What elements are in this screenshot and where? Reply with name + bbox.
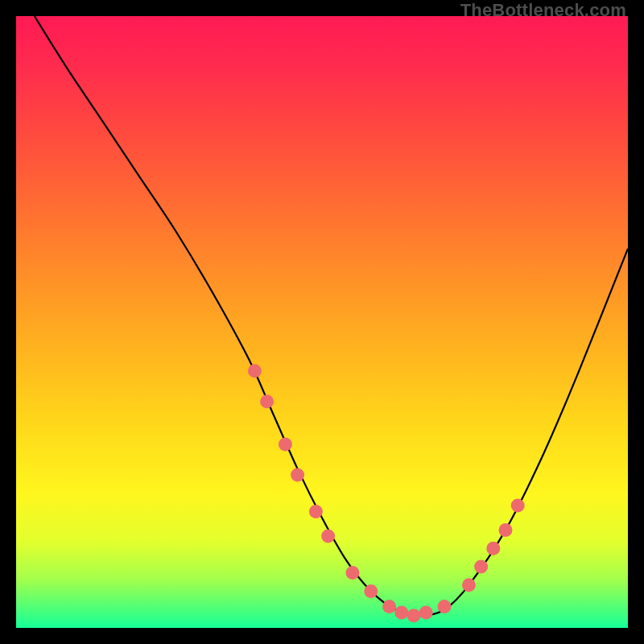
- curve-svg: [16, 16, 628, 628]
- highlight-dot: [364, 584, 378, 598]
- highlight-dot: [382, 600, 396, 613]
- plot-area: [16, 16, 628, 628]
- highlight-dot: [309, 505, 323, 518]
- highlight-dot: [260, 394, 274, 408]
- highlight-dot: [346, 566, 360, 580]
- highlight-dots-group: [248, 364, 525, 622]
- highlight-dot: [511, 499, 525, 513]
- highlight-dot: [291, 469, 304, 482]
- highlight-dot: [499, 523, 513, 537]
- bottleneck-curve: [35, 16, 628, 616]
- highlight-dot: [248, 364, 262, 378]
- highlight-dot: [438, 600, 452, 613]
- highlight-dot: [407, 609, 421, 622]
- highlight-dot: [419, 606, 433, 620]
- highlight-dot: [394, 606, 408, 620]
- highlight-dot: [474, 560, 488, 574]
- chart-frame: TheBottleneck.com: [0, 0, 644, 644]
- highlight-dot: [321, 530, 335, 543]
- highlight-dot: [279, 438, 292, 452]
- highlight-dot: [486, 542, 500, 555]
- highlight-dot: [462, 578, 476, 592]
